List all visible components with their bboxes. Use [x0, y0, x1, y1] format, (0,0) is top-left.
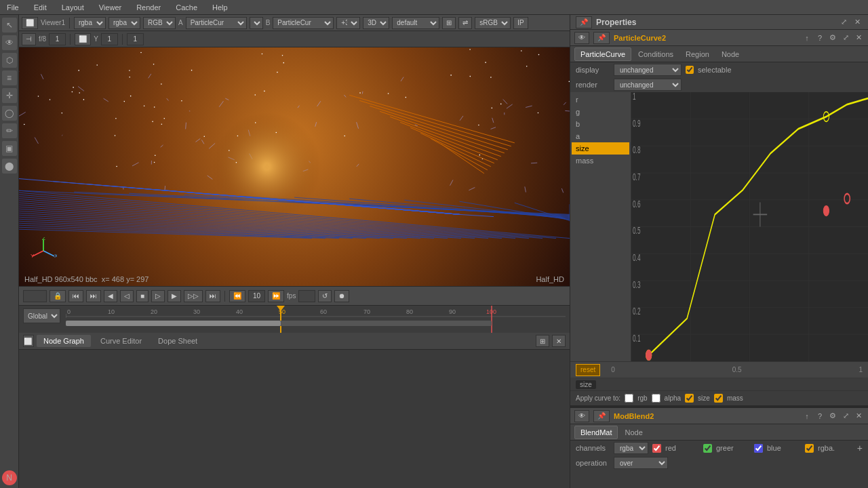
blue-checkbox[interactable]: [754, 444, 763, 453]
menu-file[interactable]: File: [4, 2, 22, 13]
node-panel-close[interactable]: ✕: [552, 335, 566, 347]
toolbar2-start[interactable]: ⊣: [22, 33, 36, 45]
lock-btn[interactable]: 🔒: [50, 290, 66, 302]
channels-select[interactable]: rgba: [614, 442, 648, 454]
tab-region[interactable]: Region: [680, 48, 715, 60]
node-panel-min[interactable]: ⬜: [23, 335, 34, 347]
green-checkbox[interactable]: [703, 444, 712, 453]
tab-curve-editor[interactable]: Curve Editor: [94, 335, 149, 347]
menu-edit[interactable]: Edit: [31, 2, 50, 13]
ip-btn[interactable]: IP: [513, 17, 528, 29]
apply-mass-checkbox[interactable]: [714, 394, 723, 403]
channel-b[interactable]: b: [572, 118, 629, 130]
menu-cache[interactable]: Cache: [173, 2, 200, 13]
mb-eye[interactable]: 👁: [574, 410, 589, 422]
pc-float[interactable]: ⤢: [840, 33, 851, 43]
rgba-checkbox[interactable]: [805, 444, 814, 453]
mb-pin[interactable]: 📌: [593, 410, 610, 422]
menu-render[interactable]: Render: [134, 2, 163, 13]
mb-settings[interactable]: ⚙: [827, 411, 838, 422]
red-checkbox[interactable]: [652, 444, 661, 453]
srgb-select[interactable]: sRGB: [475, 17, 511, 29]
reset-btn[interactable]: reset: [576, 364, 600, 376]
tool-mask[interactable]: ⬤: [2, 159, 17, 174]
selectable-checkbox[interactable]: [686, 66, 694, 74]
mb-arrow-up[interactable]: ↑: [802, 411, 812, 422]
view-select[interactable]: 3D: [363, 17, 389, 29]
y-input[interactable]: [101, 33, 118, 45]
channel-select-1[interactable]: rgba: [74, 17, 106, 29]
play-btn2[interactable]: ▶: [167, 290, 181, 302]
mb-close[interactable]: ✕: [853, 411, 864, 422]
props-float[interactable]: ⤢: [838, 17, 849, 28]
gain-select[interactable]: +3: [336, 17, 360, 29]
tab-particle-curve[interactable]: ParticleCurve: [574, 47, 631, 61]
pc-arrow-up[interactable]: ↑: [802, 33, 812, 43]
mb-expand[interactable]: +: [857, 443, 863, 453]
channel-mass[interactable]: mass: [572, 155, 629, 167]
apply-alpha-checkbox[interactable]: [652, 394, 660, 403]
colorspace-select[interactable]: RGB: [143, 17, 176, 29]
prev-key[interactable]: ⏭: [86, 290, 101, 302]
mb-float[interactable]: ⤢: [840, 411, 851, 422]
viewer-canvas-element[interactable]: [19, 47, 570, 286]
ruler-marks[interactable]: 0 10 20 30 40 50 60 70 80 90: [66, 306, 566, 333]
prev-frame[interactable]: ◀: [104, 290, 117, 302]
rewind[interactable]: ⏪: [229, 290, 245, 302]
tool-select[interactable]: ▣: [2, 141, 17, 156]
menu-help[interactable]: Help: [210, 2, 231, 13]
apply-rgb-checkbox[interactable]: [625, 394, 633, 403]
tab-node-graph[interactable]: Node Graph: [37, 335, 91, 347]
tool-lines[interactable]: ≡: [2, 70, 17, 85]
channel-g[interactable]: g: [572, 106, 629, 118]
operation-select[interactable]: over: [614, 457, 668, 469]
pc-pin[interactable]: 📌: [593, 32, 610, 44]
fps-end-input[interactable]: [248, 290, 265, 302]
current-frame-input[interactable]: 50: [23, 290, 47, 302]
display-select[interactable]: unchanged: [614, 64, 682, 76]
frame-input[interactable]: [49, 33, 66, 45]
tool-node[interactable]: ⬡: [2, 53, 17, 68]
curve-graph[interactable]: 1 0.9 0.8 0.7 0.6 0.5 0.4 0.3 0.2 0.1: [631, 92, 868, 361]
viewer-fit[interactable]: ⊞: [442, 17, 456, 29]
input-a-select[interactable]: ParticleCur: [186, 17, 247, 29]
tab-conditions[interactable]: Conditions: [633, 48, 679, 60]
apply-size-checkbox[interactable]: [685, 394, 694, 403]
viewer-compare[interactable]: ⇌: [458, 17, 472, 29]
channel-size[interactable]: size: [572, 142, 629, 155]
stop-btn[interactable]: ■: [136, 290, 149, 302]
channel-select-2[interactable]: rgba: [108, 17, 140, 29]
mb-question[interactable]: ?: [814, 411, 825, 422]
play-btn[interactable]: ▷: [151, 290, 165, 302]
tool-view[interactable]: 👁: [2, 35, 17, 50]
loop-btn[interactable]: ↺: [318, 290, 332, 302]
pc-question[interactable]: ?: [814, 33, 825, 43]
tool-arrow[interactable]: ↖: [2, 18, 17, 33]
input-b-select[interactable]: ParticleCur: [273, 17, 334, 29]
render-select[interactable]: unchanged: [614, 79, 682, 91]
tab-blendmat[interactable]: BlendMat: [574, 426, 618, 439]
pc-settings[interactable]: ⚙: [827, 33, 838, 43]
scope-select[interactable]: Global: [23, 308, 60, 323]
pc-eye[interactable]: 👁: [574, 32, 589, 44]
tool-paint[interactable]: ✏: [2, 123, 17, 138]
skip-end[interactable]: ⏭: [205, 290, 220, 302]
props-close[interactable]: ✕: [852, 17, 863, 28]
tab-node[interactable]: Node: [716, 48, 745, 60]
prev-frame2[interactable]: ◁: [120, 290, 134, 302]
tab-dope-sheet[interactable]: Dope Sheet: [151, 335, 204, 347]
play-range[interactable]: ⬜: [75, 33, 91, 45]
tool-transform[interactable]: ✛: [2, 88, 17, 103]
record-btn[interactable]: ⏺: [334, 290, 349, 302]
forward[interactable]: ⏩: [268, 290, 284, 302]
tool-circle[interactable]: ◯: [2, 106, 17, 121]
channel-r[interactable]: r: [572, 94, 629, 106]
tab-mb-node[interactable]: Node: [619, 426, 648, 439]
next-frame[interactable]: ▷▷: [184, 290, 203, 302]
viewer-minimize[interactable]: ⬜: [22, 17, 38, 29]
pc-close[interactable]: ✕: [853, 33, 864, 43]
menu-layout[interactable]: Layout: [59, 2, 87, 13]
menu-viewer[interactable]: Viewer: [96, 2, 124, 13]
fps-input[interactable]: 24: [298, 290, 315, 302]
default-select[interactable]: default: [392, 17, 439, 29]
